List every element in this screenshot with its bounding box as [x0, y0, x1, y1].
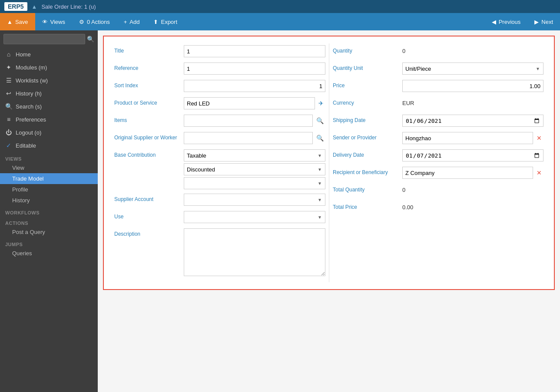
- sidebar-item-view[interactable]: View: [0, 162, 98, 173]
- quantity-row: Quantity 0: [333, 45, 543, 58]
- quantity-unit-select[interactable]: Unit/Piece: [402, 63, 543, 75]
- base-contrib-select-2[interactable]: Discounted Non-Discounted: [184, 163, 325, 175]
- actions-button[interactable]: ⚙ 0 Actions: [72, 13, 117, 30]
- items-field: 🔍: [184, 115, 325, 127]
- total-price-field: 0.00: [402, 201, 543, 211]
- total-price-label: Total Price: [333, 201, 402, 211]
- reference-field: [184, 63, 325, 75]
- supplier-account-label: Supplier Account: [114, 194, 184, 203]
- sort-index-input[interactable]: [184, 80, 325, 92]
- delivery-date-input[interactable]: [402, 149, 543, 161]
- items-search-icon[interactable]: 🔍: [315, 116, 325, 125]
- sort-index-row: Sort Index: [114, 80, 325, 93]
- sidebar-item-search[interactable]: 🔍 Search (s): [0, 100, 98, 113]
- sidebar-item-worklists[interactable]: ☰ Worklists (w): [0, 74, 98, 87]
- reference-label: Reference: [114, 63, 184, 72]
- original-supplier-search-icon[interactable]: 🔍: [315, 134, 325, 142]
- reference-input[interactable]: [184, 63, 325, 75]
- top-bar: ERP5 ▲ Sale Order Line: 1 (u): [0, 0, 560, 13]
- total-price-value: 0.00: [402, 201, 413, 211]
- total-quantity-row: Total Quantity 0: [333, 184, 543, 197]
- quantity-unit-row: Quantity Unit Unit/Piece: [333, 63, 543, 76]
- quantity-field: 0: [402, 45, 543, 54]
- base-contrib-select-2-wrapper: Discounted Non-Discounted: [184, 163, 325, 175]
- sender-provider-clear-icon[interactable]: ✕: [535, 134, 543, 142]
- sender-provider-input[interactable]: [402, 132, 533, 144]
- sidebar-item-preferences[interactable]: ≡ Preferences: [0, 113, 98, 126]
- quantity-label: Quantity: [333, 45, 402, 55]
- recipient-clear-icon[interactable]: ✕: [535, 168, 543, 177]
- use-select[interactable]: [184, 211, 325, 223]
- views-button[interactable]: 👁 Views: [35, 13, 72, 30]
- quantity-unit-wrapper: Unit/Piece: [402, 63, 543, 75]
- product-service-jump-icon[interactable]: ✈: [317, 99, 325, 108]
- sidebar-item-profile[interactable]: Profile: [0, 184, 98, 195]
- sidebar-item-history[interactable]: History: [0, 195, 98, 206]
- description-label: Description: [114, 228, 184, 238]
- toolbar: ▲ Save 👁 Views ⚙ 0 Actions + Add ⬆ Expor…: [0, 13, 560, 30]
- original-supplier-input[interactable]: [184, 132, 313, 144]
- sidebar-section-views: VIEWS: [0, 154, 98, 162]
- delivery-date-label: Delivery Date: [333, 149, 402, 159]
- sidebar-item-trade-model[interactable]: Trade Model: [0, 173, 98, 184]
- add-button[interactable]: + Add: [117, 13, 147, 30]
- sidebar-item-home[interactable]: ⌂ Home: [0, 48, 98, 61]
- form-left: Title Reference Sort Index: [111, 43, 329, 282]
- product-service-input[interactable]: [184, 97, 315, 109]
- modules-icon: ✦: [5, 64, 12, 71]
- use-wrapper: [184, 211, 325, 223]
- sender-provider-label: Sender or Provider: [333, 132, 402, 142]
- form-grid: Title Reference Sort Index: [111, 43, 547, 282]
- product-service-row: Product or Service ✈: [114, 97, 325, 110]
- main-layout: 🔍 ⌂ Home ✦ Modules (m) ☰ Worklists (w) ↩…: [0, 30, 560, 392]
- base-contribution-row: Base Contribution Taxable Non-Taxable: [114, 149, 325, 189]
- base-contrib-select-3[interactable]: [184, 177, 325, 189]
- total-quantity-label: Total Quantity: [333, 184, 402, 194]
- sidebar-item-queries[interactable]: Queries: [0, 248, 98, 259]
- sidebar: 🔍 ⌂ Home ✦ Modules (m) ☰ Worklists (w) ↩…: [0, 30, 98, 392]
- price-row: Price: [333, 80, 543, 93]
- recipient-input[interactable]: [402, 167, 533, 179]
- base-contrib-select-1[interactable]: Taxable Non-Taxable: [184, 149, 325, 161]
- views-icon: 👁: [42, 19, 48, 25]
- save-icon: ▲: [7, 19, 13, 25]
- price-input[interactable]: [402, 80, 543, 92]
- delivery-date-row: Delivery Date: [333, 149, 543, 162]
- sidebar-item-history-h[interactable]: ↩ History (h): [0, 87, 98, 100]
- save-button[interactable]: ▲ Save: [0, 13, 35, 30]
- original-supplier-row: Original Supplier or Worker 🔍: [114, 132, 325, 145]
- product-service-field: ✈: [184, 97, 325, 109]
- price-field: [402, 80, 543, 92]
- items-input[interactable]: [184, 115, 313, 127]
- sidebar-item-modules[interactable]: ✦ Modules (m): [0, 61, 98, 74]
- export-button[interactable]: ⬆ Export: [146, 13, 184, 30]
- sender-provider-row: Sender or Provider ✕: [333, 132, 543, 145]
- sidebar-item-post-query[interactable]: Post a Query: [0, 227, 98, 237]
- history-h-icon: ↩: [5, 90, 12, 97]
- description-textarea[interactable]: [184, 228, 325, 276]
- recipient-label: Recipient or Beneficiary: [333, 167, 402, 176]
- product-service-label: Product or Service: [114, 97, 184, 107]
- add-icon: +: [124, 19, 127, 25]
- quantity-unit-label: Quantity Unit: [333, 63, 402, 72]
- next-button[interactable]: ▶ Next: [527, 13, 560, 30]
- form-panel: Title Reference Sort Index: [103, 36, 555, 290]
- title-input[interactable]: [184, 45, 325, 57]
- previous-button[interactable]: ◀ Previous: [485, 13, 528, 30]
- sidebar-item-editable[interactable]: ✓ Editable: [0, 139, 98, 152]
- items-row: Items 🔍: [114, 115, 325, 128]
- search-icon[interactable]: 🔍: [87, 36, 94, 43]
- use-row: Use: [114, 211, 325, 224]
- title-field: [184, 45, 325, 57]
- previous-icon: ◀: [492, 19, 496, 25]
- recipient-row: Recipient or Beneficiary ✕: [333, 167, 543, 180]
- supplier-account-select[interactable]: [184, 194, 325, 206]
- actions-icon: ⚙: [79, 19, 84, 25]
- sidebar-section-jumps: JUMPS: [0, 239, 98, 248]
- search-input[interactable]: [3, 34, 85, 44]
- shipping-date-input[interactable]: [402, 115, 543, 127]
- total-quantity-field: 0: [402, 184, 543, 193]
- base-contrib-select-3-wrapper: [184, 177, 325, 189]
- sidebar-item-logout[interactable]: ⏻ Logout (o): [0, 126, 98, 139]
- currency-value: EUR: [402, 97, 414, 106]
